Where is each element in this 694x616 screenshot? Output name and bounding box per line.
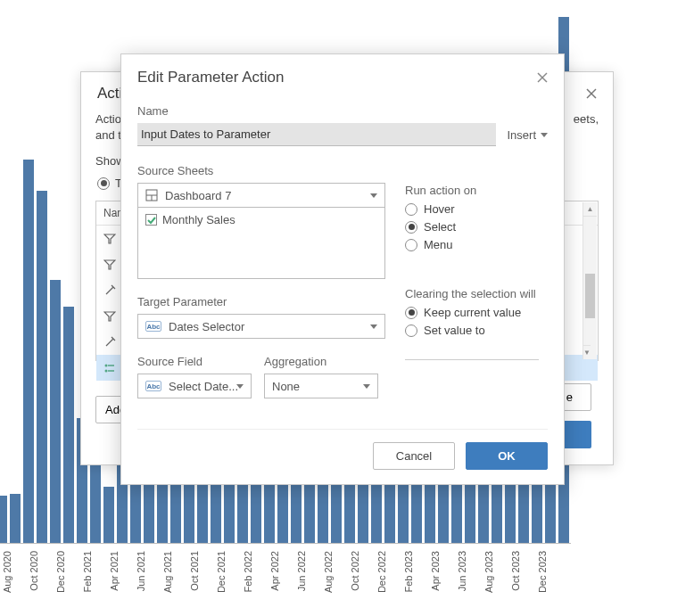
radio-label: Hover bbox=[424, 202, 455, 216]
source-field-label: Source Field bbox=[137, 355, 252, 368]
radio-selected-icon bbox=[97, 177, 110, 190]
radio-label: Set value to bbox=[424, 324, 485, 337]
clearing-keep[interactable]: Keep current value bbox=[405, 306, 548, 319]
chart-bar bbox=[37, 191, 47, 543]
svg-line-7 bbox=[538, 73, 547, 82]
x-axis-label: Oct 2022 bbox=[350, 551, 362, 591]
source-sheets-label: Source Sheets bbox=[137, 164, 385, 177]
run-action-hover[interactable]: Hover bbox=[405, 202, 548, 216]
highlight-icon bbox=[103, 284, 116, 297]
run-action-select[interactable]: Select bbox=[405, 220, 548, 234]
dashboard-value: Dashboard 7 bbox=[165, 189, 231, 202]
clearing-radio-group: Keep current value Set value to bbox=[405, 306, 548, 337]
dialog-title: Edit Parameter Action bbox=[121, 54, 564, 99]
set-value-input[interactable] bbox=[405, 342, 539, 360]
edit-parameter-action-dialog: Edit Parameter Action Name Insert Source… bbox=[120, 53, 565, 485]
radio-selected-icon bbox=[405, 307, 417, 319]
dashboard-select[interactable]: Dashboard 7 bbox=[137, 183, 385, 208]
filter-icon bbox=[103, 259, 116, 271]
chart-bar bbox=[50, 280, 61, 543]
run-action-radio-group: Hover Select Menu bbox=[405, 202, 548, 251]
clearing-setval[interactable]: Set value to bbox=[405, 324, 548, 337]
target-parameter-select[interactable]: Abc Dates Selector bbox=[137, 314, 385, 339]
x-axis-label: Feb 2023 bbox=[403, 551, 416, 592]
aggregation-select[interactable]: None bbox=[264, 374, 378, 398]
x-axis-label: Oct 2023 bbox=[510, 551, 523, 591]
string-type-icon: Abc bbox=[145, 321, 161, 332]
close-icon[interactable] bbox=[581, 83, 602, 104]
x-axis-label: Jun 2023 bbox=[457, 551, 469, 591]
target-param-value: Dates Selector bbox=[169, 320, 244, 333]
x-axis-label: Dec 2020 bbox=[55, 551, 68, 593]
scroll-up-icon[interactable]: ▲ bbox=[583, 202, 597, 217]
chevron-down-icon bbox=[236, 384, 244, 389]
source-sheets-list[interactable]: Monthly Sales bbox=[137, 208, 385, 279]
filter-icon bbox=[103, 233, 116, 245]
chart-bar bbox=[10, 494, 21, 543]
dashboard-icon bbox=[145, 189, 158, 201]
close-icon[interactable] bbox=[532, 67, 553, 88]
target-parameter-label: Target Parameter bbox=[137, 295, 385, 308]
ok-button[interactable]: OK bbox=[466, 442, 548, 470]
source-field-value: Select Date... bbox=[169, 380, 238, 393]
aggregation-label: Aggregation bbox=[264, 355, 378, 368]
scroll-thumb[interactable] bbox=[585, 274, 595, 318]
scroll-down-icon[interactable]: ▼ bbox=[583, 345, 591, 359]
svg-line-0 bbox=[587, 89, 596, 98]
x-axis-label: Apr 2022 bbox=[269, 551, 282, 591]
svg-rect-8 bbox=[146, 190, 157, 201]
x-axis-label: Apr 2023 bbox=[430, 551, 442, 591]
radio-label: Menu bbox=[424, 238, 453, 251]
cancel-button[interactable]: Cancel bbox=[373, 442, 455, 470]
name-label: Name bbox=[137, 104, 548, 118]
sheet-checkbox-item[interactable]: Monthly Sales bbox=[145, 213, 377, 226]
run-action-menu[interactable]: Menu bbox=[405, 238, 548, 251]
filter-icon bbox=[103, 310, 116, 323]
svg-line-6 bbox=[538, 73, 547, 82]
chevron-down-icon bbox=[370, 193, 377, 198]
x-axis-label: Oct 2021 bbox=[189, 551, 202, 591]
x-axis-label: Dec 2022 bbox=[376, 551, 389, 593]
x-axis-label: Dec 2023 bbox=[537, 551, 549, 593]
insert-dropdown[interactable]: Insert bbox=[507, 128, 548, 142]
aggregation-value: None bbox=[272, 380, 300, 393]
chart-bar bbox=[103, 487, 114, 543]
desc-text-left: Actio bbox=[95, 112, 121, 126]
x-axis-label: Feb 2021 bbox=[82, 551, 95, 592]
chevron-down-icon bbox=[541, 133, 548, 137]
svg-point-2 bbox=[105, 364, 108, 366]
chevron-down-icon bbox=[363, 384, 370, 389]
chevron-down-icon bbox=[370, 324, 377, 329]
radio-icon bbox=[405, 203, 417, 216]
x-axis-label: Aug 2021 bbox=[162, 551, 175, 593]
source-field-select[interactable]: Abc Select Date... bbox=[137, 374, 252, 398]
string-type-icon: Abc bbox=[145, 381, 161, 391]
radio-label: Select bbox=[424, 220, 456, 234]
desc-text-2: and t bbox=[95, 128, 121, 142]
run-action-label: Run action on bbox=[405, 184, 548, 197]
chart-bar bbox=[0, 496, 7, 543]
x-axis-label: Aug 2020 bbox=[2, 551, 14, 593]
radio-icon bbox=[405, 324, 417, 337]
x-axis-label: Feb 2022 bbox=[243, 551, 255, 592]
checkbox-checked-icon[interactable] bbox=[145, 214, 157, 226]
x-axis-label: Apr 2021 bbox=[109, 551, 121, 591]
x-axis-label: Aug 2022 bbox=[323, 551, 335, 593]
name-input[interactable] bbox=[137, 123, 496, 146]
chart-bar bbox=[63, 307, 74, 543]
desc-text-right: eets, bbox=[574, 111, 599, 127]
highlight-icon bbox=[103, 336, 116, 349]
chart-bar bbox=[130, 480, 141, 543]
x-axis-label: Jun 2022 bbox=[296, 551, 309, 591]
chart-x-axis: Aug 2020Oct 2020Dec 2020Feb 2021Apr 2021… bbox=[0, 551, 571, 613]
insert-label: Insert bbox=[507, 128, 536, 142]
chart-bar bbox=[23, 160, 34, 543]
x-axis-label: Aug 2023 bbox=[483, 551, 496, 593]
svg-line-1 bbox=[587, 89, 596, 98]
radio-selected-icon bbox=[405, 221, 417, 234]
parameter-icon bbox=[103, 362, 116, 374]
scrollbar[interactable]: ▲ ▼ bbox=[582, 202, 597, 359]
radio-icon bbox=[405, 239, 417, 251]
x-axis-label: Oct 2020 bbox=[29, 551, 41, 591]
x-axis-label: Jun 2021 bbox=[136, 551, 148, 591]
